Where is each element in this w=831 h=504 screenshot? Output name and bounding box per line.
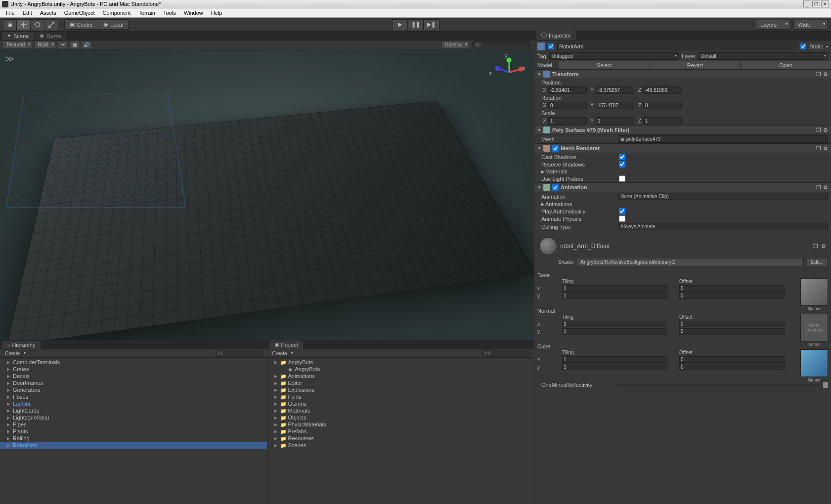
play-button[interactable]: ▶ xyxy=(392,19,408,30)
hierarchy-item[interactable]: ▶LayOut xyxy=(0,400,267,407)
layout-dropdown[interactable]: Wide xyxy=(793,20,828,30)
project-search-input[interactable] xyxy=(481,350,531,357)
menu-file[interactable]: File xyxy=(2,9,19,17)
one-minus-refl-slider[interactable] xyxy=(618,384,828,386)
static-dropdown-icon[interactable]: ▾ xyxy=(826,44,828,49)
expand-icon[interactable]: ▶ xyxy=(7,422,11,427)
gear-icon[interactable]: ⚙ xyxy=(823,127,828,133)
hierarchy-item[interactable]: ▶Railing xyxy=(0,435,267,442)
hierarchy-item[interactable]: ▶Decals xyxy=(0,373,267,379)
expand-icon[interactable]: ▶ xyxy=(274,436,278,441)
meshfilter-header[interactable]: ▼ Poly Surface 479 (Mesh Filter) ❐ ⚙ xyxy=(534,125,831,135)
menu-component[interactable]: Component xyxy=(98,9,134,17)
expand-icon[interactable]: ▼ xyxy=(537,128,541,132)
orientation-gizmo[interactable]: x y z xyxy=(494,57,524,86)
menu-edit[interactable]: Edit xyxy=(19,9,36,17)
hierarchy-list[interactable]: ▶ComputerTerminals▶Crates▶Decals▶DoorFra… xyxy=(0,358,267,504)
hierarchy-item[interactable]: ▶LightCards xyxy=(0,407,267,414)
help-icon[interactable]: ❐ xyxy=(816,184,821,191)
tab-scene[interactable]: ✦ Scene xyxy=(2,32,34,40)
expand-icon[interactable]: ▶ xyxy=(7,429,11,434)
expand-icon[interactable]: ▶ xyxy=(7,443,11,448)
normal-offset-y-input[interactable] xyxy=(679,328,785,335)
project-item[interactable]: ▶📁AngryBots xyxy=(267,359,534,366)
expand-icon[interactable]: ▶ xyxy=(7,360,11,365)
cube-tiling-y-input[interactable] xyxy=(562,364,667,370)
rotation-y-input[interactable] xyxy=(596,102,634,109)
help-icon[interactable]: ❐ xyxy=(816,71,821,78)
expand-icon[interactable]: ▶ xyxy=(274,443,278,448)
scene-search-input[interactable] xyxy=(472,41,531,48)
expand-icon[interactable]: ▶ xyxy=(7,374,11,378)
base-texture-slot[interactable]: Select xyxy=(800,278,828,306)
animation-enabled-checkbox[interactable] xyxy=(552,184,559,191)
expand-icon[interactable]: ▶ xyxy=(7,388,11,392)
cube-offset-y-input[interactable] xyxy=(679,364,785,370)
minimize-button[interactable]: _ xyxy=(803,0,811,7)
expand-icon[interactable]: ▶ xyxy=(274,409,278,413)
expand-icon[interactable]: ▶ xyxy=(7,395,11,399)
meshrenderer-enabled-checkbox[interactable] xyxy=(552,145,559,152)
position-x-input[interactable] xyxy=(548,86,587,94)
project-item[interactable]: ▶📁Gizmos xyxy=(267,400,534,407)
project-list[interactable]: ▶📁AngryBots◈AngryBots▶📁Animations▶📁Edito… xyxy=(267,358,534,504)
scale-tool-button[interactable] xyxy=(44,19,58,30)
base-offset-y-input[interactable] xyxy=(679,293,785,299)
static-checkbox[interactable] xyxy=(800,43,806,49)
base-tiling-y-input[interactable] xyxy=(562,293,667,299)
menu-tools[interactable]: Tools xyxy=(159,9,180,17)
render-mode-dropdown[interactable]: RGB xyxy=(35,42,55,48)
position-y-input[interactable] xyxy=(596,86,634,94)
project-item[interactable]: ▶📁Explosions xyxy=(267,386,534,393)
tab-inspector[interactable]: ⓘ Inspector xyxy=(536,31,576,40)
culling-type-dropdown[interactable]: Always Animate xyxy=(618,223,828,230)
base-offset-x-input[interactable] xyxy=(679,285,785,292)
hierarchy-item[interactable]: ▶Pipes xyxy=(0,421,267,428)
project-item[interactable]: ▶📁Resources xyxy=(267,435,534,442)
layers-dropdown[interactable]: Layers xyxy=(756,20,790,30)
expand-icon[interactable]: ▼ xyxy=(537,72,541,77)
pivot-local-button[interactable]: ◉ Local xyxy=(98,19,129,30)
menu-assets[interactable]: Assets xyxy=(36,9,60,17)
tag-dropdown[interactable]: Untagged xyxy=(549,52,679,60)
model-open-button[interactable]: Open xyxy=(741,61,831,69)
menu-help[interactable]: Help xyxy=(207,9,226,17)
expand-icon[interactable]: ▶ xyxy=(274,360,278,365)
hierarchy-item[interactable]: ▶Lights(prefabs) xyxy=(0,414,267,421)
scene-audio-toggle[interactable]: 🔊 xyxy=(82,42,91,48)
normal-texture-slot[interactable]: None (Texture)Select xyxy=(800,314,828,341)
menu-window[interactable]: Window xyxy=(180,9,207,17)
restore-button[interactable]: ❐ xyxy=(812,0,820,7)
expand-icon[interactable]: ▶ xyxy=(7,381,11,385)
shader-edit-button[interactable]: Edit... xyxy=(807,258,828,266)
close-button[interactable]: ✕ xyxy=(821,0,829,7)
expand-icon[interactable]: ▶ xyxy=(274,402,278,406)
hierarchy-item[interactable]: ▶Generators xyxy=(0,386,267,393)
mesh-field[interactable]: ▦ polySurface479 xyxy=(618,135,828,143)
expand-icon[interactable]: ▶ xyxy=(7,402,11,406)
rotation-z-input[interactable] xyxy=(643,102,682,109)
shading-mode-dropdown[interactable]: Textured xyxy=(3,42,32,48)
expand-icon[interactable]: ▶ xyxy=(7,367,11,372)
project-create-dropdown[interactable]: Create xyxy=(270,350,294,357)
hierarchy-item[interactable]: ▶Plants xyxy=(0,428,267,435)
animations-label[interactable]: Animations xyxy=(545,201,622,207)
cube-offset-x-input[interactable] xyxy=(679,356,785,363)
transform-header[interactable]: ▼ Transform ❐ ⚙ xyxy=(534,69,831,79)
project-item[interactable]: ◈AngryBots xyxy=(267,366,534,373)
hierarchy-item[interactable]: ▶Crates xyxy=(0,366,267,373)
help-icon[interactable]: ❐ xyxy=(816,145,821,152)
project-item[interactable]: ▶📁Scenes xyxy=(267,442,534,449)
expand-icon[interactable]: ▶ xyxy=(7,436,11,441)
expand-icon[interactable]: ▶ xyxy=(274,422,278,427)
scene-light-toggle[interactable]: ☀ xyxy=(58,42,67,48)
shader-dropdown[interactable]: AngryBots/ReflectiveBackgroundArbitraryG xyxy=(577,258,804,266)
model-revert-button[interactable]: Revert xyxy=(650,61,741,69)
expand-icon[interactable]: ▶ xyxy=(274,429,278,434)
meshrenderer-header[interactable]: ▼ Mesh Renderer ❐ ⚙ xyxy=(534,143,831,153)
expand-icon[interactable]: ▼ xyxy=(537,146,541,151)
expand-icon[interactable]: ▶ xyxy=(7,416,11,420)
layer-dropdown[interactable]: Default xyxy=(699,52,828,60)
gear-icon[interactable]: ⚙ xyxy=(823,145,828,152)
menu-terrain[interactable]: Terrain xyxy=(134,9,159,17)
